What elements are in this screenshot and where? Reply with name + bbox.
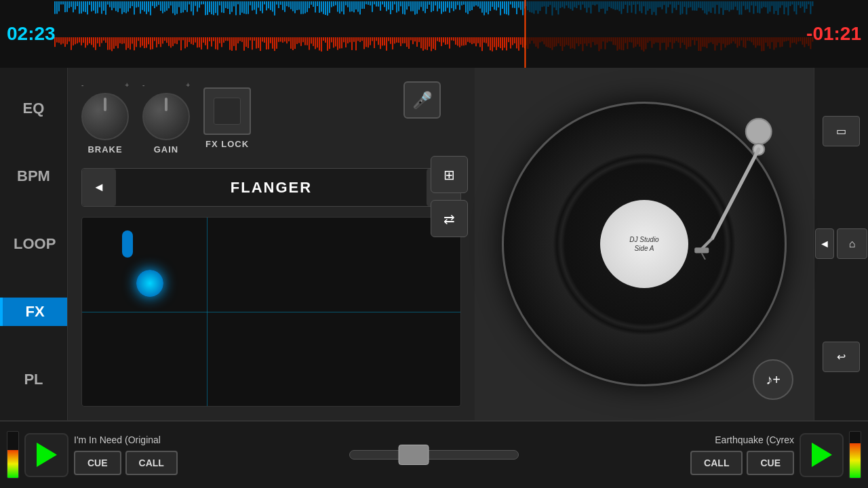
grid-button[interactable]: ⊞ [431, 156, 468, 193]
cue-button-left[interactable]: CUE [74, 451, 121, 475]
record-label-text: DJ Studio Side A [629, 235, 658, 253]
cue-button-right[interactable]: CUE [747, 451, 794, 475]
brake-knob-container: -+ BRAKE [81, 81, 129, 155]
vu-fill-right [850, 443, 861, 478]
svg-line-2 [713, 149, 759, 238]
cue-call-btns-left: CUE CALL [74, 451, 178, 475]
fx-lock-label: FX LOCK [205, 139, 249, 149]
effect-prev-button[interactable]: ◄ [82, 169, 116, 206]
deck-indicator-button[interactable]: ▭ [823, 116, 860, 146]
gain-label: GAIN [154, 144, 179, 155]
call-button-left[interactable]: CALL [125, 451, 178, 475]
rectangle-icon: ▭ [836, 125, 846, 138]
brake-label: BRAKE [87, 144, 122, 155]
vu-fill-left [7, 450, 18, 478]
brake-minmax: -+ [81, 81, 129, 89]
effect-selector: ◄ FLANGER ► [81, 168, 461, 207]
turntable-section: DJ Studio Side A ♪+ [475, 68, 814, 420]
sidebar-item-fx[interactable]: FX [0, 298, 67, 326]
call-button-right[interactable]: CALL [690, 451, 743, 475]
fx-dot [136, 270, 163, 297]
main-area: EQ BPM LOOP FX PL 🎤 -+ BRAKE -+ [0, 68, 868, 420]
crossfader-track[interactable] [349, 450, 519, 460]
sidebar-item-bpm[interactable]: BPM [0, 162, 67, 190]
time-remaining: -01:21 [806, 23, 861, 45]
play-button-right[interactable] [800, 433, 844, 477]
bottom-bar: I'm In Need (Original CUE CALL Earthquak… [0, 420, 868, 488]
grid-icon: ⊞ [443, 167, 455, 183]
svg-line-5 [702, 253, 705, 260]
play-icon-left [37, 443, 57, 467]
gain-knob[interactable] [142, 93, 190, 140]
sidebar-item-eq[interactable]: EQ [0, 94, 67, 123]
vu-meter-left [7, 431, 19, 479]
track-name-left: I'm In Need (Original [74, 434, 178, 445]
crossfader-thumb[interactable] [399, 445, 429, 465]
scroll-indicator[interactable] [122, 230, 133, 258]
fx-pad[interactable] [81, 217, 461, 407]
play-icon-right [812, 443, 832, 467]
music-icon: ♪+ [766, 372, 781, 388]
fx-lock-inner [214, 98, 241, 125]
gain-knob-container: -+ GAIN [142, 81, 190, 155]
play-button-left[interactable] [24, 433, 68, 477]
mic-icon: 🎤 [412, 91, 433, 110]
track-name-right: Earthquake (Cyrex [715, 434, 794, 445]
waveform-section: 02:23 -01:21 [0, 0, 868, 68]
fx-grid-vertical [207, 218, 208, 406]
right-sidebar: ▭ ◄ ⌂ ↩ [814, 68, 868, 420]
nav-left-button[interactable]: ◄ [815, 228, 834, 259]
left-deck: I'm In Need (Original CUE CALL [0, 431, 339, 479]
nav-home-button[interactable]: ⌂ [837, 228, 867, 259]
left-sidebar: EQ BPM LOOP FX PL [0, 68, 68, 420]
record-label: DJ Studio Side A [600, 200, 688, 288]
mic-button[interactable]: 🎤 [403, 81, 441, 119]
back-button[interactable]: ↩ [823, 342, 860, 372]
waveform-canvas[interactable] [0, 0, 868, 68]
back-icon: ↩ [837, 350, 846, 363]
center-panel: 🎤 -+ BRAKE -+ GAIN [68, 68, 475, 420]
effect-name: FLANGER [116, 179, 427, 197]
fx-grid-horizontal [82, 312, 460, 312]
vu-meter-right [849, 431, 861, 479]
svg-line-3 [702, 239, 713, 249]
turntable[interactable]: DJ Studio Side A [502, 102, 787, 386]
fx-lock-container: FX LOCK [203, 87, 251, 149]
shuffle-icon: ⇄ [443, 211, 455, 227]
brake-knob[interactable] [81, 93, 129, 140]
nav-controls: ◄ ⌂ [815, 228, 867, 259]
crossfader-section [339, 450, 529, 460]
shuffle-button[interactable]: ⇄ [431, 200, 468, 237]
track-info-right: Earthquake (Cyrex CALL CUE [690, 434, 794, 475]
sidebar-item-pl[interactable]: PL [0, 365, 67, 394]
tonearm [690, 117, 778, 260]
side-buttons: ⊞ ⇄ [431, 156, 468, 237]
right-deck: Earthquake (Cyrex CALL CUE [529, 431, 868, 479]
fx-lock-button[interactable] [203, 87, 251, 135]
gain-minmax: -+ [142, 81, 190, 89]
svg-rect-4 [694, 247, 709, 253]
svg-point-0 [746, 119, 772, 144]
track-info-left: I'm In Need (Original CUE CALL [74, 434, 178, 475]
cue-call-btns-right: CALL CUE [690, 451, 794, 475]
sidebar-item-loop[interactable]: LOOP [0, 230, 67, 258]
music-add-button[interactable]: ♪+ [753, 359, 793, 400]
time-elapsed: 02:23 [7, 23, 56, 45]
